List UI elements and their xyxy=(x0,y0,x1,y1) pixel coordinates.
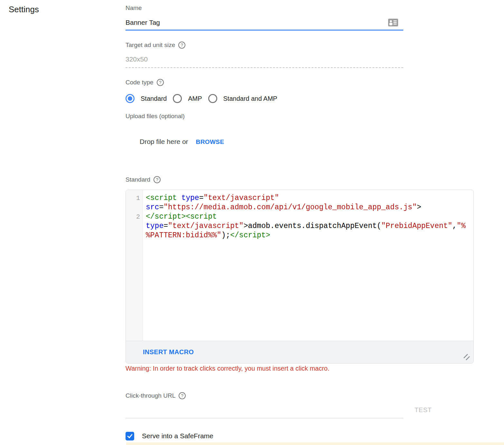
help-icon[interactable]: ? xyxy=(157,79,164,86)
contact-card-icon xyxy=(388,19,398,26)
code-editor-textarea[interactable]: 1<script type="text/javascript"src="http… xyxy=(126,190,473,341)
target-ad-unit-size-section: Target ad unit size ? 320x50 xyxy=(126,41,474,68)
code-type-section: Code type ? StandardAMPStandard and AMP xyxy=(126,79,474,103)
name-label: Name xyxy=(126,5,474,12)
click-through-url-input[interactable] xyxy=(126,406,403,418)
radio-option-standard-and-amp[interactable]: Standard and AMP xyxy=(208,94,277,103)
resize-handle-icon[interactable] xyxy=(463,354,470,361)
safeframe-row: Serve into a SafeFrame xyxy=(126,431,474,440)
insert-macro-button[interactable]: INSERT MACRO xyxy=(143,348,194,356)
file-dropzone[interactable]: Drop file here or BROWSE xyxy=(126,138,474,147)
safeframe-label: Serve into a SafeFrame xyxy=(142,432,213,440)
target-ad-unit-size-label: Target ad unit size ? xyxy=(126,41,474,49)
editor-code-lines: 1<script type="text/javascript"src="http… xyxy=(126,190,473,240)
code-type-radio-group: StandardAMPStandard and AMP xyxy=(126,94,474,103)
upload-files-label: Upload files (optional) xyxy=(126,113,474,120)
click-through-url-row: TEST xyxy=(126,400,474,418)
click-macro-warning: Warning: In order to track clicks correc… xyxy=(126,365,474,372)
radio-dot xyxy=(128,96,132,101)
radio-dot xyxy=(210,96,215,101)
radio-option-label: AMP xyxy=(188,95,202,102)
help-icon[interactable]: ? xyxy=(178,42,185,49)
settings-page: Settings Name Target ad unit xyxy=(0,0,504,445)
click-through-url-section: Click-through URL ? TEST xyxy=(126,392,474,418)
radio-unselected-icon[interactable] xyxy=(173,94,182,103)
target-size-disabled-underline xyxy=(126,67,403,68)
radio-option-label: Standard xyxy=(141,95,167,102)
radio-selected-icon[interactable] xyxy=(126,94,135,103)
standard-label: Standard ? xyxy=(126,176,474,184)
click-through-url-label: Click-through URL ? xyxy=(126,392,474,400)
radio-unselected-icon[interactable] xyxy=(208,94,217,103)
browse-button[interactable]: BROWSE xyxy=(196,138,224,146)
editor-footer: INSERT MACRO xyxy=(126,341,473,363)
test-button[interactable]: TEST xyxy=(415,406,432,418)
code-editor: 1<script type="text/javascript"src="http… xyxy=(126,190,474,364)
code-line-content: <script type="text/javascript"src="https… xyxy=(143,194,473,212)
code-line-content: </script><scripttype="text/javascript">a… xyxy=(143,212,473,240)
safeframe-checkbox[interactable] xyxy=(126,432,134,440)
click-through-url-input-box xyxy=(126,400,403,418)
radio-dot xyxy=(175,96,180,101)
line-number: 1 xyxy=(126,194,143,203)
drop-file-text: Drop file here or xyxy=(140,138,188,146)
line-number: 2 xyxy=(126,212,143,222)
name-field-row xyxy=(126,18,403,27)
target-ad-unit-size-value: 320x50 xyxy=(126,55,474,63)
help-icon[interactable]: ? xyxy=(154,176,161,183)
checkmark-icon xyxy=(127,433,133,438)
code-line: 2</script><scripttype="text/javascript">… xyxy=(126,212,473,240)
settings-form: Name Target ad unit size ? 3 xyxy=(126,0,474,440)
radio-option-amp[interactable]: AMP xyxy=(173,94,202,103)
help-icon[interactable]: ? xyxy=(179,392,186,399)
name-input-focus-underline xyxy=(126,30,403,31)
radio-option-standard[interactable]: Standard xyxy=(126,94,167,103)
notice-bar xyxy=(126,442,504,445)
name-input[interactable] xyxy=(126,19,388,26)
code-type-label: Code type ? xyxy=(126,79,474,86)
standard-code-section: Standard ? 1<script type="text/javascrip… xyxy=(126,176,474,372)
radio-option-label: Standard and AMP xyxy=(223,95,277,102)
code-line: 1<script type="text/javascript"src="http… xyxy=(126,194,473,212)
page-title: Settings xyxy=(9,5,39,14)
